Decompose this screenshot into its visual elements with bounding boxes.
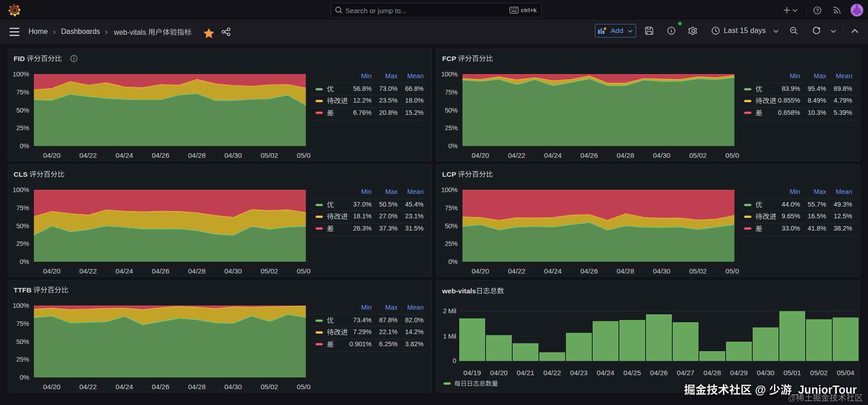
svg-text:web-vitals: web-vitals	[442, 287, 476, 295]
svg-text:FID: FID	[14, 55, 27, 62]
svg-text:@: @	[752, 383, 769, 396]
svg-text:LCP: LCP	[442, 170, 458, 178]
svg-text:@: @	[788, 393, 796, 403]
svg-text:TTFB: TTFB	[14, 286, 33, 294]
svg-text:FCP: FCP	[442, 55, 458, 62]
svg-text:?: ?	[816, 7, 819, 13]
svg-text:CLS: CLS	[14, 170, 29, 178]
svg-text:web-vitals: web-vitals	[113, 28, 148, 36]
